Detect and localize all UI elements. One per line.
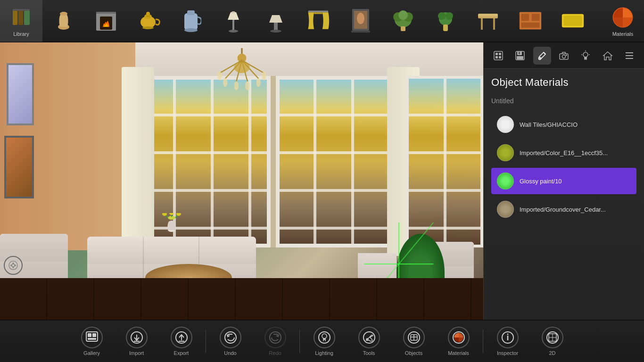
material-name-color-e16: Imported/Color_E16__1eccf35... bbox=[520, 149, 608, 156]
svg-rect-40 bbox=[481, 18, 483, 30]
lighting-label: Lighting bbox=[315, 350, 333, 356]
svg-point-59 bbox=[262, 71, 266, 80]
bottom-inspector[interactable]: Inspector bbox=[485, 320, 530, 362]
bottom-export[interactable]: Export bbox=[159, 320, 204, 362]
bottom-gallery[interactable]: Gallery bbox=[69, 320, 114, 362]
svg-rect-1 bbox=[18, 10, 23, 25]
undo-icon bbox=[220, 327, 241, 348]
panel-btn-camera[interactable] bbox=[555, 47, 573, 65]
svg-rect-8 bbox=[96, 12, 116, 14]
svg-rect-38 bbox=[443, 25, 448, 31]
redo-label: Redo bbox=[269, 350, 281, 356]
undo-label: Undo bbox=[224, 350, 236, 356]
svg-point-94 bbox=[583, 52, 588, 57]
divider-1 bbox=[206, 329, 206, 353]
svg-rect-46 bbox=[521, 23, 540, 28]
toolbar-item-curtains[interactable] bbox=[297, 0, 339, 42]
svg-rect-2 bbox=[24, 10, 30, 25]
svg-marker-17 bbox=[228, 12, 239, 20]
svg-rect-3 bbox=[13, 9, 30, 11]
toolbar-materials-right[interactable]: Materials bbox=[602, 0, 644, 42]
panel-toolbar bbox=[484, 42, 644, 69]
2d-label: 2D bbox=[549, 350, 555, 356]
toolbar-item-plant[interactable] bbox=[382, 0, 424, 42]
svg-point-19 bbox=[229, 30, 238, 33]
flower-vase bbox=[158, 200, 185, 237]
material-section-label: Untitled bbox=[491, 97, 636, 105]
svg-point-16 bbox=[184, 28, 198, 32]
material-item-wall-tiles[interactable]: Wall Tiles/GHIACCIO bbox=[491, 111, 636, 138]
svg-point-131 bbox=[507, 334, 508, 335]
svg-marker-21 bbox=[269, 15, 282, 23]
chandelier bbox=[203, 48, 281, 104]
bottom-objects[interactable]: Objects bbox=[391, 320, 436, 362]
svg-rect-15 bbox=[187, 10, 195, 15]
divider-2 bbox=[299, 329, 300, 353]
inspector-label: Inspector bbox=[497, 350, 518, 356]
panel-btn-brush[interactable] bbox=[533, 47, 551, 65]
toolbar-item-fireplace[interactable] bbox=[85, 0, 127, 42]
top-toolbar: Library bbox=[0, 0, 644, 42]
toolbar-item-table[interactable] bbox=[467, 0, 509, 42]
material-item-groundcover[interactable]: Imported/Groundcover_Cedar... bbox=[491, 196, 636, 222]
svg-rect-34 bbox=[401, 26, 405, 31]
svg-rect-106 bbox=[88, 333, 91, 337]
bottom-materials[interactable]: Materials bbox=[436, 320, 481, 362]
svg-rect-44 bbox=[521, 14, 529, 21]
svg-rect-84 bbox=[495, 56, 498, 58]
panel-btn-list[interactable] bbox=[620, 47, 638, 65]
toolbar-library[interactable]: Library bbox=[0, 0, 42, 42]
toolbar-item-plant2[interactable] bbox=[424, 0, 467, 42]
divider-3 bbox=[483, 329, 483, 353]
svg-marker-80 bbox=[14, 264, 17, 267]
right-wall bbox=[406, 76, 483, 248]
bottom-lighting[interactable]: Lighting bbox=[302, 320, 347, 362]
lighting-icon bbox=[314, 327, 335, 348]
toolbar-materials-label: Materials bbox=[612, 31, 634, 37]
right-panel: Object Materials Untitled Wall Tiles/GHI… bbox=[483, 42, 644, 320]
toolbar-item-vase[interactable] bbox=[42, 0, 85, 42]
svg-rect-48 bbox=[563, 16, 582, 25]
svg-rect-45 bbox=[532, 14, 540, 21]
inspector-icon bbox=[497, 327, 519, 348]
svg-rect-0 bbox=[13, 10, 17, 25]
toolbar-library-label: Library bbox=[13, 31, 29, 37]
bottom-redo[interactable]: Redo bbox=[253, 320, 297, 362]
objects-label: Objects bbox=[405, 350, 422, 356]
toolbar-item-panel[interactable] bbox=[552, 0, 594, 42]
viewport-3d[interactable] bbox=[0, 42, 483, 320]
import-icon bbox=[126, 327, 148, 348]
svg-rect-108 bbox=[88, 338, 96, 340]
export-icon bbox=[171, 327, 192, 348]
panel-btn-scene[interactable] bbox=[489, 47, 507, 65]
toolbar-item-shelf[interactable] bbox=[509, 0, 552, 42]
materials-icon bbox=[448, 327, 470, 348]
toolbar-item-lamp2[interactable] bbox=[255, 0, 297, 42]
bottom-tools[interactable]: Tools bbox=[347, 320, 391, 362]
redo-icon bbox=[264, 327, 286, 348]
toolbar-scroll-area bbox=[42, 0, 602, 42]
window-right bbox=[276, 76, 406, 248]
material-item-glossy-paint[interactable]: Glossy paint/10 bbox=[491, 168, 636, 194]
toolbar-item-teapot[interactable] bbox=[127, 0, 170, 42]
panel-btn-save[interactable] bbox=[511, 47, 529, 65]
panel-btn-light[interactable] bbox=[577, 47, 594, 65]
import-label: Import bbox=[129, 350, 144, 356]
toolbar-item-painting[interactable] bbox=[339, 0, 382, 42]
material-item-color-e16[interactable]: Imported/Color_E16__1eccf35... bbox=[491, 140, 636, 166]
svg-point-33 bbox=[398, 10, 408, 20]
svg-rect-85 bbox=[499, 56, 501, 58]
toolbar-item-lamp[interactable] bbox=[212, 0, 255, 42]
panel-content: Object Materials Untitled Wall Tiles/GHI… bbox=[484, 69, 644, 320]
2d-icon bbox=[542, 327, 563, 348]
bottom-undo[interactable]: Undo bbox=[208, 320, 253, 362]
window-right-wall bbox=[406, 76, 483, 248]
material-swatch-wall-tiles bbox=[497, 116, 514, 133]
nav-circle-button[interactable] bbox=[4, 256, 23, 275]
panel-btn-home[interactable] bbox=[599, 47, 617, 65]
toolbar-item-jug[interactable] bbox=[170, 0, 212, 42]
svg-point-64 bbox=[234, 62, 249, 73]
svg-rect-25 bbox=[314, 12, 322, 14]
bottom-import[interactable]: Import bbox=[114, 320, 159, 362]
bottom-2d[interactable]: 2D bbox=[530, 320, 575, 362]
